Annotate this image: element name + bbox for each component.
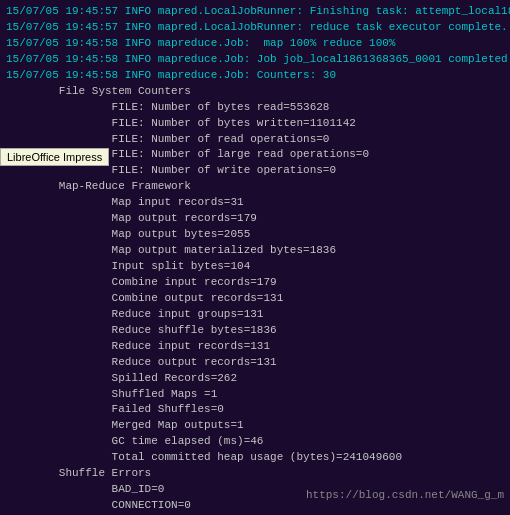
terminal-line: Combine input records=179 [6, 275, 504, 291]
terminal-line: Map input records=31 [6, 195, 504, 211]
terminal-line: FILE: Number of bytes written=1101142 [6, 116, 504, 132]
terminal-line: Map output bytes=2055 [6, 227, 504, 243]
terminal-line: File System Counters [6, 84, 504, 100]
libreoffice-tooltip: LibreOffice Impress [0, 148, 109, 166]
terminal-line: Reduce input records=131 [6, 339, 504, 355]
terminal-line: Shuffle Errors [6, 466, 504, 482]
terminal-line: 15/07/05 19:45:57 INFO mapred.LocalJobRu… [6, 20, 504, 36]
terminal-line: Merged Map outputs=1 [6, 418, 504, 434]
terminal-line: FILE: Number of read operations=0 [6, 132, 504, 148]
terminal-line: Map output materialized bytes=1836 [6, 243, 504, 259]
terminal-line: Reduce shuffle bytes=1836 [6, 323, 504, 339]
terminal-line: Reduce output records=131 [6, 355, 504, 371]
terminal-line: 15/07/05 19:45:58 INFO mapreduce.Job: Jo… [6, 52, 504, 68]
terminal-line: Combine output records=131 [6, 291, 504, 307]
terminal-line: Input split bytes=104 [6, 259, 504, 275]
terminal-line: Shuffled Maps =1 [6, 387, 504, 403]
terminal-line: 15/07/05 19:45:58 INFO mapreduce.Job: ma… [6, 36, 504, 52]
terminal-line: Map output records=179 [6, 211, 504, 227]
terminal-line: Failed Shuffles=0 [6, 402, 504, 418]
terminal-line: Total committed heap usage (bytes)=24104… [6, 450, 504, 466]
terminal-line: Spilled Records=262 [6, 371, 504, 387]
terminal-line: Reduce input groups=131 [6, 307, 504, 323]
terminal-line: 15/07/05 19:45:57 INFO mapred.LocalJobRu… [6, 4, 504, 20]
terminal-window: 15/07/05 19:45:57 INFO mapred.LocalJobRu… [0, 0, 510, 515]
terminal-line: FILE: Number of bytes read=553628 [6, 100, 504, 116]
terminal-line: 15/07/05 19:45:58 INFO mapreduce.Job: Co… [6, 68, 504, 84]
terminal-line: Map-Reduce Framework [6, 179, 504, 195]
watermark: https://blog.csdn.net/WANG_g_m [306, 489, 504, 501]
terminal-line: GC time elapsed (ms)=46 [6, 434, 504, 450]
